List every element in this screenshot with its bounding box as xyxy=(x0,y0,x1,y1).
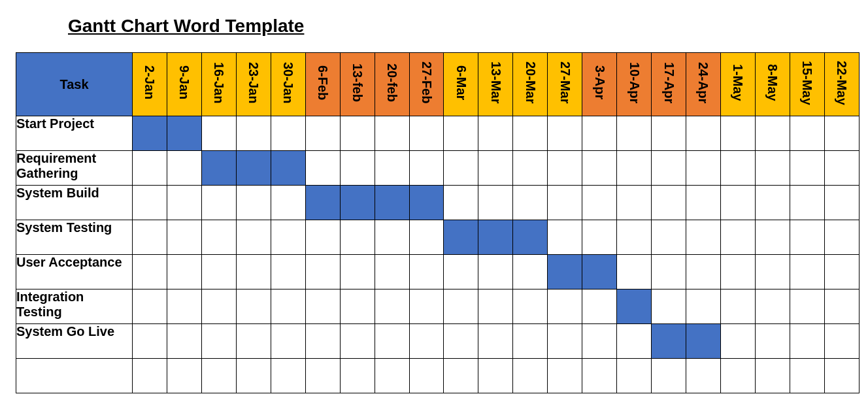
gantt-empty-cell xyxy=(167,289,201,324)
task-name-cell: Requirement Gathering xyxy=(16,151,133,186)
gantt-empty-cell xyxy=(720,289,755,324)
gantt-empty-cell xyxy=(444,151,478,186)
gantt-bar-cell xyxy=(478,220,513,255)
gantt-empty-cell xyxy=(686,186,721,220)
gantt-empty-cell xyxy=(617,324,652,359)
gantt-empty-cell xyxy=(305,220,340,255)
gantt-empty-cell xyxy=(133,324,167,359)
gantt-empty-cell xyxy=(617,151,652,186)
date-column-header: 6-Feb xyxy=(305,53,340,116)
gantt-empty-cell xyxy=(755,220,790,255)
gantt-empty-cell xyxy=(236,289,271,324)
gantt-empty-cell xyxy=(617,220,652,255)
gantt-empty-cell xyxy=(340,255,375,289)
gantt-empty-cell xyxy=(824,359,859,393)
gantt-empty-cell xyxy=(305,359,340,393)
date-column-header: 15-May xyxy=(790,53,824,116)
gantt-empty-cell xyxy=(201,220,236,255)
gantt-empty-cell xyxy=(201,116,236,151)
gantt-empty-cell xyxy=(236,359,271,393)
gantt-empty-cell xyxy=(513,324,548,359)
gantt-empty-cell xyxy=(790,220,824,255)
gantt-empty-cell xyxy=(444,324,478,359)
date-column-header: 3-Apr xyxy=(582,53,617,116)
gantt-empty-cell xyxy=(755,359,790,393)
gantt-empty-cell xyxy=(790,151,824,186)
gantt-empty-cell xyxy=(305,289,340,324)
gantt-empty-cell xyxy=(375,151,409,186)
gantt-empty-cell xyxy=(755,289,790,324)
gantt-empty-cell xyxy=(720,359,755,393)
gantt-empty-cell xyxy=(824,186,859,220)
gantt-bar-cell xyxy=(444,220,478,255)
gantt-empty-cell xyxy=(790,186,824,220)
gantt-empty-cell xyxy=(305,151,340,186)
date-column-header: 1-May xyxy=(720,53,755,116)
gantt-empty-cell xyxy=(133,151,167,186)
date-column-header: 13-feb xyxy=(340,53,375,116)
gantt-bar-cell xyxy=(617,289,652,324)
date-column-header: 16-Jan xyxy=(201,53,236,116)
gantt-empty-cell xyxy=(790,289,824,324)
gantt-empty-cell xyxy=(133,220,167,255)
gantt-bar-cell xyxy=(652,324,686,359)
gantt-empty-cell xyxy=(582,220,617,255)
gantt-empty-cell xyxy=(167,220,201,255)
gantt-empty-cell xyxy=(409,255,444,289)
gantt-empty-cell xyxy=(548,359,582,393)
gantt-bar-cell xyxy=(686,324,721,359)
gantt-empty-cell xyxy=(755,255,790,289)
gantt-empty-cell xyxy=(617,186,652,220)
gantt-empty-cell xyxy=(478,324,513,359)
gantt-empty-cell xyxy=(790,255,824,289)
gantt-empty-cell xyxy=(305,116,340,151)
gantt-empty-cell xyxy=(582,324,617,359)
gantt-empty-cell xyxy=(513,289,548,324)
gantt-empty-cell xyxy=(409,220,444,255)
task-name-cell: System Build xyxy=(16,186,133,220)
task-name-cell: Start Project xyxy=(16,116,133,151)
gantt-empty-cell xyxy=(167,324,201,359)
task-row: System Build xyxy=(16,186,860,220)
task-name-cell xyxy=(16,359,133,393)
gantt-empty-cell xyxy=(548,116,582,151)
gantt-empty-cell xyxy=(582,359,617,393)
date-column-header: 10-Apr xyxy=(617,53,652,116)
date-label: 13-Mar xyxy=(488,61,503,103)
gantt-empty-cell xyxy=(824,116,859,151)
date-label: 16-Jan xyxy=(211,62,226,103)
gantt-empty-cell xyxy=(790,324,824,359)
gantt-empty-cell xyxy=(720,116,755,151)
gantt-empty-cell xyxy=(478,116,513,151)
date-label: 23-Jan xyxy=(246,62,261,103)
gantt-empty-cell xyxy=(409,289,444,324)
gantt-empty-cell xyxy=(513,151,548,186)
gantt-empty-cell xyxy=(824,289,859,324)
gantt-empty-cell xyxy=(167,186,201,220)
gantt-empty-cell xyxy=(478,186,513,220)
date-label: 3-Apr xyxy=(592,65,607,99)
gantt-empty-cell xyxy=(824,151,859,186)
gantt-empty-cell xyxy=(236,255,271,289)
gantt-empty-cell xyxy=(409,116,444,151)
gantt-empty-cell xyxy=(652,186,686,220)
date-column-header: 20-Mar xyxy=(513,53,548,116)
gantt-bar-cell xyxy=(305,186,340,220)
gantt-empty-cell xyxy=(582,116,617,151)
gantt-empty-cell xyxy=(444,289,478,324)
gantt-empty-cell xyxy=(201,359,236,393)
date-label: 17-Apr xyxy=(661,62,676,103)
gantt-empty-cell xyxy=(720,220,755,255)
date-label: 13-feb xyxy=(350,63,365,102)
gantt-empty-cell xyxy=(340,116,375,151)
gantt-table: Task2-Jan9-Jan16-Jan23-Jan30-Jan6-Feb13-… xyxy=(16,52,860,393)
gantt-empty-cell xyxy=(617,255,652,289)
gantt-empty-cell xyxy=(513,255,548,289)
task-row: System Testing xyxy=(16,220,860,255)
gantt-empty-cell xyxy=(305,324,340,359)
gantt-empty-cell xyxy=(513,359,548,393)
gantt-empty-cell xyxy=(444,255,478,289)
date-column-header: 20-feb xyxy=(375,53,409,116)
gantt-bar-cell xyxy=(271,151,305,186)
date-column-header: 30-Jan xyxy=(271,53,305,116)
